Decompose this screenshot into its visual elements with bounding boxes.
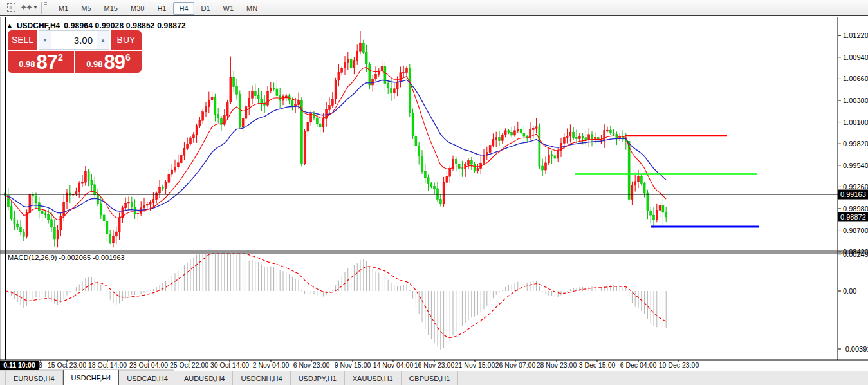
buy-button[interactable]: BUY bbox=[111, 30, 142, 50]
macd-values: -0.002065 -0.001963 bbox=[59, 254, 124, 261]
price-axis-label: 1.01220 bbox=[843, 32, 868, 39]
macd-axis-label: -0.003913 bbox=[843, 345, 868, 353]
chart-tab-AUDUSD-H4[interactable]: AUDUSD,H4 bbox=[176, 371, 234, 385]
time-axis-label: 6 Nov 23:00 bbox=[293, 361, 330, 369]
price-axis-label: 0.99820 bbox=[843, 140, 868, 147]
buy-price-button[interactable]: 0.98 89 6 bbox=[75, 51, 142, 73]
sell-price-button[interactable]: 0.98 87 2 bbox=[8, 51, 74, 73]
timeframe-button-M5[interactable]: M5 bbox=[75, 2, 97, 15]
time-axis-label: 28 Nov 23:00 bbox=[537, 361, 577, 369]
timeframe-button-M30[interactable]: M30 bbox=[125, 2, 150, 15]
selection-box-icon[interactable]: T bbox=[4, 1, 18, 14]
chart-tab-USDCHF-H4[interactable]: USDCHF,H4 bbox=[63, 370, 120, 385]
time-axis-label: 8 bbox=[39, 361, 42, 369]
time-axis-label: 16 Nov 23:00 bbox=[414, 361, 455, 369]
chart-tab-USDCNH-H4[interactable]: USDCNH,H4 bbox=[233, 371, 290, 385]
sell-button[interactable]: SELL bbox=[8, 30, 37, 50]
price-axis: 1.012201.009401.006601.003801.001000.998… bbox=[838, 32, 868, 256]
price-axis-label: 0.99540 bbox=[843, 162, 868, 169]
timeframe-button-H4[interactable]: H4 bbox=[173, 2, 194, 15]
one-click-panel-arrow-icon[interactable]: ▲ bbox=[6, 23, 13, 29]
chart-tab-USDCAD-H4[interactable]: USDCAD,H4 bbox=[119, 371, 176, 385]
indicator-diamonds-icon: ✦✦ bbox=[20, 3, 32, 12]
buy-price-pip: 6 bbox=[125, 52, 131, 62]
symbol-label: USDCHF,H4 bbox=[17, 21, 60, 30]
sell-price-pip: 2 bbox=[58, 52, 63, 62]
time-axis-label: 6 Dec 04:00 bbox=[620, 361, 657, 369]
time-axis-label: 2 Nov 04:00 bbox=[253, 361, 290, 369]
time-axis-label: 18 Oct 14:00 bbox=[88, 361, 127, 369]
chart-tab-USDJPY-H1[interactable]: USDJPY,H1 bbox=[291, 371, 345, 385]
price-tag: 0.98872 bbox=[840, 213, 866, 221]
time-axis-label: 25 Oct 22:00 bbox=[170, 361, 208, 369]
sell-price-prefix: 0.98 bbox=[19, 59, 35, 69]
time-axis-label: 21 Nov 15:00 bbox=[455, 361, 495, 369]
chart-tab-XAUUSD-H1[interactable]: XAUUSD,H1 bbox=[345, 371, 402, 385]
volume-stepper: ▼ ▲ bbox=[39, 30, 109, 50]
price-axis-label: 1.00380 bbox=[843, 97, 868, 104]
chart-tab-GBPUSD-H1[interactable]: GBPUSD,H1 bbox=[402, 371, 459, 385]
one-click-trading-panel: SELL ▼ ▲ BUY 0.98 87 2 0.98 89 6 bbox=[8, 30, 142, 73]
macd-name: MACD(12,26,9) bbox=[8, 254, 57, 261]
volume-input[interactable] bbox=[51, 31, 97, 49]
timeframe-button-W1[interactable]: W1 bbox=[217, 2, 240, 15]
timeframe-buttons: M1M5M15M30H1H4D1W1MN bbox=[52, 2, 264, 14]
price-tag: 0.99163 bbox=[840, 191, 866, 198]
macd-axis: 0.0024920.00-0.003913 bbox=[838, 250, 868, 353]
price-axis-label: 1.00660 bbox=[843, 75, 868, 82]
chart-header: ▲ USDCHF,H4 0.98964 0.99028 0.98852 0.98… bbox=[6, 21, 186, 30]
toolbar-separator bbox=[41, 2, 42, 14]
timeframe-button-H1[interactable]: H1 bbox=[151, 2, 172, 15]
mt4-terminal: { "toolbar": { "timeframes": ["M1","M5",… bbox=[0, 0, 868, 385]
indicators-icon[interactable]: ✦✦ ▼ bbox=[22, 1, 36, 14]
time-axis-label: 9 Nov 15:00 bbox=[335, 361, 371, 369]
time-axis-label: 15 Oct 23:00 bbox=[48, 361, 86, 369]
time-axis-label: 10 Dec 23:00 bbox=[659, 361, 699, 369]
price-axis-label: 1.00100 bbox=[843, 118, 868, 126]
time-axis-label: 26 Nov 07:00 bbox=[495, 361, 536, 369]
time-crosshair-tag-text: 0.11 10:00 bbox=[3, 361, 35, 369]
timeframe-button-MN[interactable]: MN bbox=[241, 2, 263, 15]
toolbar: T ✦✦ ▼ M1M5M15M30H1H4D1W1MN bbox=[0, 0, 868, 16]
macd-signal-layer bbox=[5, 254, 666, 338]
grip-handle[interactable] bbox=[44, 2, 47, 14]
time-axis-label: 14 Nov 04:00 bbox=[373, 361, 414, 369]
price-axis-label: 0.98700 bbox=[843, 227, 868, 234]
sell-price-main: 87 bbox=[37, 53, 57, 71]
time-axis-label: 23 Oct 04:00 bbox=[129, 361, 168, 369]
timeframe-button-M15[interactable]: M15 bbox=[98, 2, 124, 15]
macd-indicator-label: MACD(12,26,9) -0.002065 -0.001963 bbox=[8, 254, 125, 261]
timeframe-button-M1[interactable]: M1 bbox=[53, 2, 74, 15]
macd-signal-line bbox=[5, 254, 666, 338]
macd-axis-label: 0.00 bbox=[843, 287, 856, 295]
chart-tab-bar: EURUSD,H4USDCHF,H4USDCAD,H4AUDUSD,H4USDC… bbox=[0, 371, 868, 385]
volume-increase-button[interactable]: ▲ bbox=[97, 31, 109, 49]
macd-axis-label: 0.002492 bbox=[843, 250, 868, 258]
time-axis-label: 3 Dec 15:00 bbox=[579, 361, 616, 369]
buy-price-main: 89 bbox=[104, 53, 125, 71]
macd-histogram bbox=[5, 254, 666, 350]
buy-price-prefix: 0.98 bbox=[86, 59, 102, 69]
time-axis-label: 30 Oct 14:00 bbox=[210, 361, 249, 369]
price-axis-label: 0.98980 bbox=[843, 205, 868, 212]
volume-decrease-button[interactable]: ▼ bbox=[39, 31, 51, 49]
chart-tab-EURUSD-H4[interactable]: EURUSD,H4 bbox=[5, 371, 63, 385]
ohlc-values: 0.98964 0.99028 0.98852 0.98872 bbox=[64, 21, 186, 30]
timeframe-button-D1[interactable]: D1 bbox=[196, 2, 216, 15]
time-axis: 815 Oct 23:0018 Oct 14:0023 Oct 04:0025 … bbox=[0, 360, 699, 370]
dropdown-caret-icon: ▼ bbox=[33, 5, 38, 10]
price-axis-label: 1.00940 bbox=[843, 53, 868, 61]
